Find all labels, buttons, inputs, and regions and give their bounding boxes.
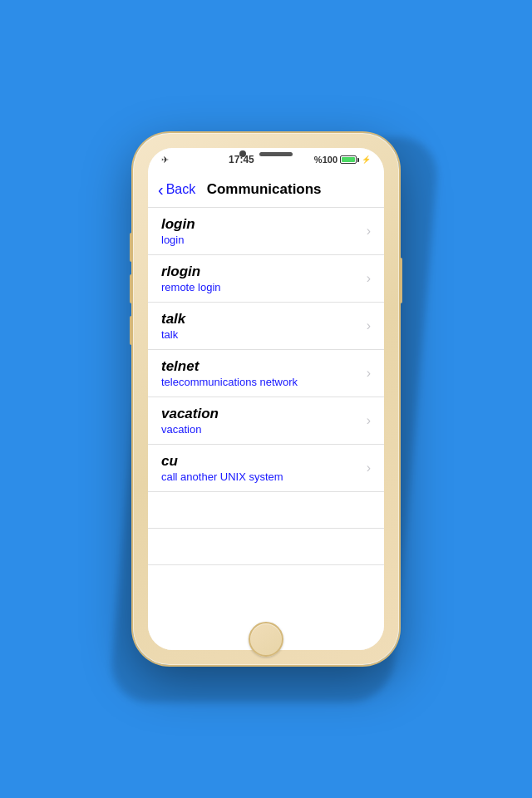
list-content: login login › rlogin remote login › talk… xyxy=(148,208,384,650)
item-subtitle-login: login xyxy=(161,234,367,246)
item-chevron-vacation: › xyxy=(367,413,371,428)
back-button[interactable]: ‹ Back xyxy=(158,181,195,198)
item-title-vacation: vacation xyxy=(161,406,367,422)
list-item-telnet[interactable]: telnet telecommunications network › xyxy=(148,350,384,397)
battery-fill xyxy=(342,157,355,162)
back-label: Back xyxy=(166,182,196,197)
item-title-cu: cu xyxy=(161,453,367,470)
item-chevron-talk: › xyxy=(367,318,371,333)
home-button[interactable] xyxy=(249,622,283,657)
speaker xyxy=(259,152,293,156)
item-title-talk: talk xyxy=(161,311,367,328)
item-subtitle-rlogin: remote login xyxy=(161,281,367,293)
item-text-talk: talk talk xyxy=(161,311,367,341)
item-text-rlogin: rlogin remote login xyxy=(161,264,367,293)
item-subtitle-talk: talk xyxy=(161,328,367,341)
phone-notch xyxy=(233,148,299,160)
status-right: %100 ⚡ xyxy=(314,155,371,165)
item-chevron-telnet: › xyxy=(367,366,371,381)
item-subtitle-vacation: vacation xyxy=(161,423,367,436)
battery-tip xyxy=(357,158,359,162)
list-item-login[interactable]: login login › xyxy=(148,208,384,255)
camera xyxy=(239,150,246,157)
item-chevron-login: › xyxy=(367,224,371,239)
item-text-vacation: vacation vacation xyxy=(161,406,367,436)
charging-icon: ⚡ xyxy=(362,155,371,164)
item-chevron-cu: › xyxy=(367,461,371,475)
status-left: ✈ xyxy=(161,155,169,165)
item-subtitle-telnet: telecommunications network xyxy=(161,376,367,388)
item-text-cu: cu call another UNIX system xyxy=(161,453,367,483)
battery-body xyxy=(340,155,357,164)
battery-percent: %100 xyxy=(314,155,337,165)
list-item-rlogin[interactable]: rlogin remote login › xyxy=(148,255,384,303)
phone-screen: ✈ 17:45 %100 ⚡ ‹ Back Communications xyxy=(148,148,384,650)
item-text-telnet: telnet telecommunications network xyxy=(161,358,367,388)
list-item-vacation[interactable]: vacation vacation › xyxy=(148,397,384,445)
airplane-icon: ✈ xyxy=(161,155,169,165)
page-title: Communications xyxy=(195,181,332,198)
item-chevron-rlogin: › xyxy=(367,271,371,286)
phone-device: ✈ 17:45 %100 ⚡ ‹ Back Communications xyxy=(133,133,399,665)
back-chevron-icon: ‹ xyxy=(158,181,164,198)
item-title-rlogin: rlogin xyxy=(161,264,367,280)
navigation-bar: ‹ Back Communications xyxy=(148,171,384,208)
item-subtitle-cu: call another UNIX system xyxy=(161,470,367,483)
list-item-cu[interactable]: cu call another UNIX system › xyxy=(148,445,384,492)
empty-row-2 xyxy=(148,529,384,565)
item-text-login: login login xyxy=(161,216,367,246)
list-item-talk[interactable]: talk talk › xyxy=(148,303,384,350)
empty-row-1 xyxy=(148,492,384,529)
battery-icon xyxy=(340,155,359,164)
item-title-telnet: telnet xyxy=(161,358,367,375)
item-title-login: login xyxy=(161,216,367,233)
